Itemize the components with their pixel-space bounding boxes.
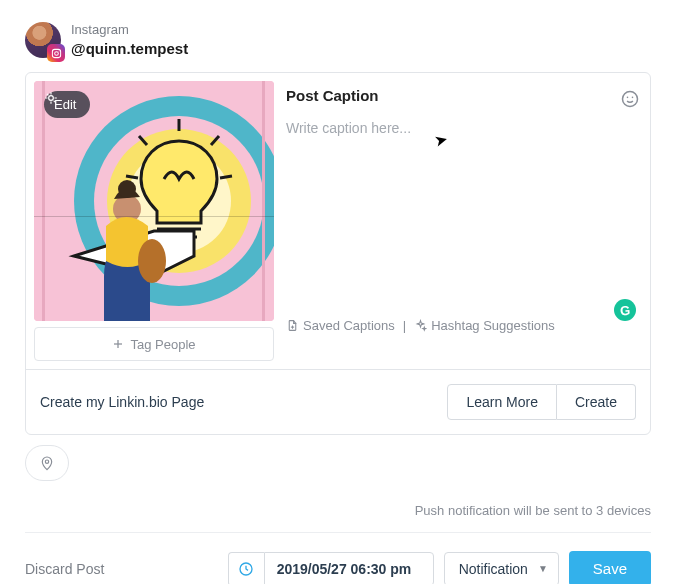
- push-notification-note: Push notification will be sent to 3 devi…: [0, 481, 676, 526]
- chevron-down-icon: ▼: [538, 563, 548, 574]
- plus-icon: [112, 338, 124, 350]
- clock-icon: [238, 561, 254, 577]
- notification-label: Notification: [459, 561, 528, 577]
- account-handle: @quinn.tempest: [71, 39, 188, 59]
- svg-point-29: [623, 92, 638, 107]
- linkinbio-bar: Create my Linkin.bio Page Learn More Cre…: [26, 369, 650, 434]
- caption-toolbar: Saved Captions | Hashtag Suggestions: [286, 310, 642, 337]
- svg-point-17: [138, 239, 166, 283]
- hashtag-suggestions-button[interactable]: Hashtag Suggestions: [414, 318, 555, 333]
- tag-people-label: Tag People: [130, 337, 195, 352]
- save-button[interactable]: Save: [569, 551, 651, 584]
- svg-line-14: [220, 176, 232, 178]
- edit-media-button[interactable]: Edit: [44, 91, 90, 118]
- learn-more-button[interactable]: Learn More: [447, 384, 557, 420]
- svg-point-30: [627, 97, 629, 99]
- notification-dropdown[interactable]: Notification ▼: [444, 552, 559, 584]
- svg-point-2: [58, 50, 59, 51]
- media-preview[interactable]: Edit: [34, 81, 274, 321]
- composer-footer: Discard Post Notification ▼ Save: [25, 532, 651, 584]
- sparkles-icon: [414, 319, 427, 332]
- svg-rect-19: [262, 81, 265, 321]
- svg-point-1: [54, 51, 58, 55]
- post-composer: Edit Tag People Post Caption: [25, 72, 651, 435]
- discard-post-button[interactable]: Discard Post: [25, 561, 104, 577]
- platform-label: Instagram: [71, 22, 188, 39]
- saved-captions-button[interactable]: Saved Captions: [286, 318, 395, 333]
- avatar-wrap: [25, 22, 61, 58]
- caption-input[interactable]: [286, 120, 642, 310]
- emoji-picker-button[interactable]: [618, 87, 642, 114]
- add-location-button[interactable]: [25, 445, 69, 481]
- svg-line-25: [47, 94, 48, 95]
- smiley-icon: [620, 89, 640, 109]
- svg-point-34: [45, 460, 48, 463]
- svg-point-31: [632, 97, 634, 99]
- location-pin-icon: [39, 455, 55, 471]
- datetime-input[interactable]: [264, 552, 434, 584]
- create-linkinbio-button[interactable]: Create: [557, 384, 636, 420]
- svg-point-20: [49, 96, 54, 101]
- caption-title: Post Caption: [286, 87, 379, 104]
- schedule-datetime: [228, 552, 434, 584]
- svg-line-26: [54, 101, 55, 102]
- account-header: Instagram @quinn.tempest: [0, 0, 676, 72]
- sparkle-icon: [44, 91, 58, 105]
- svg-rect-0: [52, 49, 60, 57]
- svg-rect-18: [42, 81, 45, 321]
- account-text: Instagram @quinn.tempest: [71, 22, 188, 58]
- instagram-badge-icon: [47, 44, 65, 62]
- svg-point-16: [118, 180, 136, 198]
- separator: |: [401, 318, 408, 333]
- file-plus-icon: [286, 319, 299, 332]
- tag-people-button[interactable]: Tag People: [34, 327, 274, 361]
- linkinbio-prompt: Create my Linkin.bio Page: [40, 394, 204, 410]
- clock-button[interactable]: [228, 552, 264, 584]
- svg-line-13: [126, 176, 138, 178]
